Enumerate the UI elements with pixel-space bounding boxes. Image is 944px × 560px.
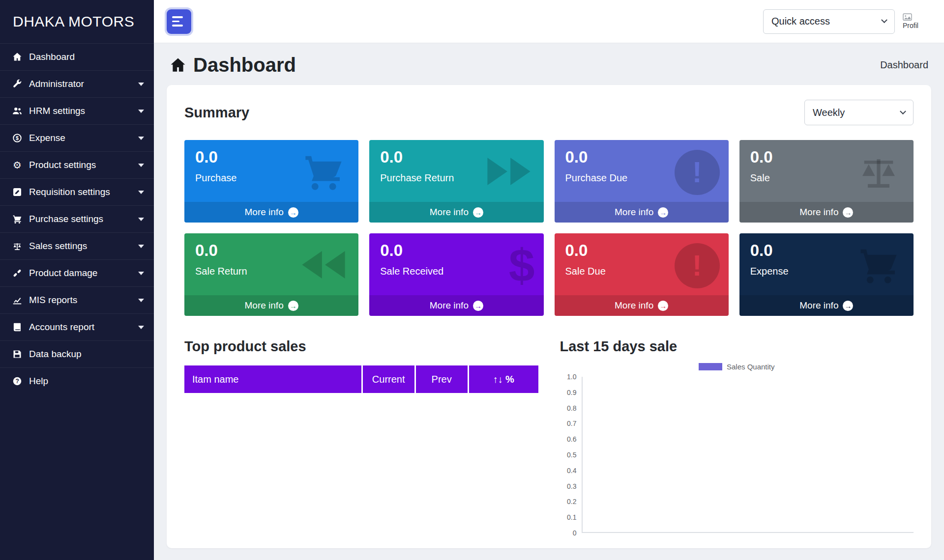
- more-info-link[interactable]: More info →: [369, 295, 543, 316]
- top-product-sales-section: Top product sales Itam name Current Prev…: [184, 338, 538, 533]
- sidebar-item-label: Product settings: [29, 160, 96, 170]
- legend-swatch: [699, 363, 722, 370]
- more-info-label: More info: [799, 207, 838, 218]
- more-info-link[interactable]: More info →: [739, 202, 914, 223]
- brand-title: DHAKA MOTORS: [13, 13, 134, 30]
- sidebar-item-sales-settings[interactable]: Sales settings: [0, 232, 154, 259]
- column-header-current: Current: [361, 365, 414, 393]
- period-select[interactable]: Weekly: [804, 100, 914, 125]
- sidebar-item-label: Purchase settings: [29, 214, 103, 224]
- stat-card-expense: 0.0 Expense More info →: [739, 233, 914, 316]
- more-info-link[interactable]: More info →: [184, 202, 358, 223]
- profile-alt-text: Profil: [903, 22, 918, 29]
- chevron-down-icon: [900, 108, 906, 114]
- caret-down-icon: [138, 110, 144, 113]
- question-circle-icon: ?: [10, 376, 25, 386]
- sidebar-item-label: Accounts report: [29, 322, 94, 333]
- caret-down-icon: [138, 326, 144, 329]
- page-header: Dashboard Dashboard: [154, 43, 944, 84]
- broken-image-icon: [903, 13, 912, 22]
- sidebar-item-expense[interactable]: $ Expense: [0, 124, 154, 151]
- last-15-days-sale-heading: Last 15 days sale: [560, 338, 914, 355]
- sidebar-item-requisition-settings[interactable]: Requisition settings: [0, 178, 154, 205]
- sidebar-item-product-settings[interactable]: ⚙ Product settings: [0, 151, 154, 178]
- quick-access-select[interactable]: Quick access: [763, 9, 895, 34]
- arrow-circle-right-icon: →: [473, 207, 483, 218]
- rewind-icon: [297, 243, 350, 286]
- arrow-circle-right-icon: →: [843, 301, 853, 311]
- caret-down-icon: [138, 299, 144, 302]
- more-info-link[interactable]: More info →: [369, 202, 543, 223]
- more-info-label: More info: [430, 207, 469, 218]
- quick-access-label: Quick access: [771, 16, 830, 27]
- chevron-down-icon: [881, 17, 887, 23]
- caret-down-icon: [138, 164, 144, 167]
- sidebar-item-mis-reports[interactable]: MIS reports: [0, 286, 154, 313]
- stat-card-purchase: 0.0 Purchase More info →: [184, 140, 358, 223]
- sidebar-item-product-damage[interactable]: Product damage: [0, 259, 154, 286]
- sidebar-item-data-backup[interactable]: Data backup: [0, 340, 154, 367]
- column-header-percent-change: ↑↓ %: [468, 365, 538, 393]
- save-icon: [10, 349, 25, 359]
- more-info-link[interactable]: More info →: [555, 202, 729, 223]
- sidebar-toggle-button[interactable]: [167, 9, 191, 34]
- table-header-row: Itam name Current Prev ↑↓ %: [184, 365, 538, 393]
- lower-sections: Top product sales Itam name Current Prev…: [184, 338, 914, 533]
- caret-down-icon: [138, 191, 144, 194]
- column-header-item-name: Itam name: [184, 365, 361, 393]
- more-info-label: More info: [799, 300, 838, 311]
- sidebar-item-hrm-settings[interactable]: HRM settings: [0, 97, 154, 124]
- stat-card-sale-due: 0.0 Sale Due ! More info →: [555, 233, 729, 316]
- cart-icon: [10, 214, 25, 224]
- breadcrumb[interactable]: Dashboard: [880, 59, 928, 71]
- exclamation-circle-icon: !: [675, 150, 720, 195]
- home-icon: [170, 57, 186, 74]
- cart-icon: [853, 243, 905, 286]
- arrow-circle-right-icon: →: [658, 301, 668, 311]
- more-info-label: More info: [245, 207, 284, 218]
- stat-card-sale-received: 0.0 Sale Received $ More info →: [369, 233, 543, 316]
- sidebar-item-label: Product damage: [29, 268, 97, 279]
- tools-icon: [10, 79, 25, 89]
- sidebar-item-label: Dashboard: [29, 52, 75, 62]
- chart-y-axis: 1.0 0.9 0.8 0.7 0.6 0.5 0.4 0.3 0.2 0.1 …: [560, 377, 582, 533]
- last-15-days-sale-section: Last 15 days sale Sales Quantity 1.0 0.9…: [560, 338, 914, 533]
- sidebar-item-dashboard[interactable]: Dashboard: [0, 43, 154, 70]
- column-header-prev: Prev: [414, 365, 468, 393]
- chart-plot-area: [582, 377, 914, 533]
- more-info-link[interactable]: More info →: [739, 295, 914, 316]
- sidebar-item-help[interactable]: ? Help: [0, 367, 154, 394]
- caret-down-icon: [138, 245, 144, 248]
- sidebar-item-accounts-report[interactable]: Accounts report: [0, 313, 154, 340]
- more-info-link[interactable]: More info →: [555, 295, 729, 316]
- more-info-label: More info: [430, 300, 469, 311]
- sidebar-item-purchase-settings[interactable]: Purchase settings: [0, 205, 154, 232]
- sidebar-item-label: Help: [29, 376, 48, 387]
- content-panel: Summary Weekly 0.0 Purchase More info →: [167, 85, 931, 548]
- stat-card-sale: 0.0 Sale More info →: [739, 140, 914, 223]
- sidebar-item-label: HRM settings: [29, 106, 85, 116]
- caret-down-icon: [138, 83, 144, 86]
- svg-text:$: $: [16, 135, 19, 141]
- sidebar-item-administrator[interactable]: Administrator: [0, 70, 154, 97]
- caret-down-icon: [138, 137, 144, 140]
- main-area: Quick access Profil Dashboard Dashboard …: [154, 0, 944, 560]
- more-info-label: More info: [615, 207, 653, 218]
- svg-text:?: ?: [15, 378, 19, 385]
- top-product-sales-heading: Top product sales: [184, 338, 538, 355]
- balance-scale-icon: [853, 150, 905, 193]
- more-info-link[interactable]: More info →: [184, 295, 358, 316]
- book-icon: [10, 322, 25, 332]
- arrow-circle-right-icon: →: [658, 207, 668, 218]
- summary-cards-grid: 0.0 Purchase More info → 0.0 Purchase Re…: [184, 140, 914, 316]
- exclamation-circle-icon: !: [675, 243, 720, 288]
- period-selected-value: Weekly: [813, 107, 845, 118]
- fast-forward-icon: [483, 150, 535, 193]
- profile-avatar[interactable]: Profil: [903, 13, 931, 29]
- money-icon: $: [10, 133, 25, 143]
- sidebar-item-label: Sales settings: [29, 241, 87, 252]
- pen-square-icon: [10, 187, 25, 197]
- sidebar-item-label: MIS reports: [29, 295, 77, 306]
- caret-down-icon: [138, 218, 144, 221]
- sidebar-item-label: Requisition settings: [29, 187, 110, 197]
